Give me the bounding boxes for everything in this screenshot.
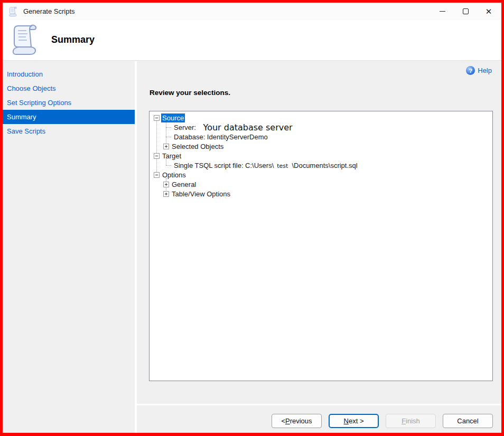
button-text: Cancel: [457, 417, 478, 425]
maximize-button[interactable]: [454, 3, 477, 20]
window-title: Generate Scripts: [23, 7, 75, 15]
maximize-icon: [463, 8, 469, 14]
wizard-navigation: < Previous Next > Finish Cancel: [272, 414, 493, 428]
server-name-annotation: Your database server: [203, 122, 293, 132]
script-scroll-icon: [8, 6, 18, 17]
close-icon: ✕: [486, 7, 492, 15]
button-text: <: [281, 417, 285, 425]
tree-node-general[interactable]: General: [150, 179, 492, 189]
finish-button: Finish: [386, 414, 436, 428]
title-bar: Generate Scripts ✕: [3, 3, 501, 20]
tree-node-database[interactable]: Database: IdentityServerDemo: [150, 132, 492, 141]
window-controls: ✕: [431, 3, 500, 20]
tree-node-target[interactable]: Target: [150, 151, 492, 160]
button-text: F: [402, 417, 406, 425]
minimize-icon: [440, 11, 445, 12]
minimize-button[interactable]: [431, 3, 454, 20]
footer-separator: [135, 404, 501, 405]
collapse-icon[interactable]: [154, 153, 160, 159]
tree-node-table-view-options[interactable]: Table/View Options: [150, 189, 492, 198]
tree-node-label[interactable]: Source: [161, 113, 185, 122]
summary-content-panel: ? Help Review your selections. Source Se…: [137, 61, 501, 433]
cancel-button[interactable]: Cancel: [443, 414, 493, 428]
tree-node-label[interactable]: Options: [161, 170, 187, 179]
help-link[interactable]: ? Help: [466, 66, 492, 75]
username-annotation: test: [277, 163, 288, 169]
tree-node-label[interactable]: Target: [161, 151, 182, 160]
collapse-icon[interactable]: [154, 115, 160, 121]
generate-scripts-window: Generate Scripts ✕ Summary Introduction …: [3, 3, 501, 433]
tree-node-label[interactable]: General: [171, 180, 197, 189]
tree-connector: [166, 165, 171, 166]
tree-node-label[interactable]: Selected Objects: [171, 142, 225, 151]
button-text: N: [344, 417, 349, 425]
tree-node-source[interactable]: Source: [150, 113, 492, 122]
sidebar-item-choose-objects[interactable]: Choose Objects: [3, 81, 135, 96]
wizard-steps-sidebar: Introduction Choose Objects Set Scriptin…: [3, 61, 135, 433]
tree-node-label: \Documents\script.sql: [291, 161, 358, 170]
sidebar-item-introduction[interactable]: Introduction: [3, 67, 135, 81]
previous-button[interactable]: < Previous: [272, 414, 322, 428]
tree-node-label: Single TSQL script file: C:\Users\: [173, 161, 275, 170]
tree-connector: [166, 127, 171, 128]
instruction-text: Review your selections.: [150, 89, 230, 97]
tree-node-options[interactable]: Options: [150, 170, 492, 179]
annotation-frame: Generate Scripts ✕ Summary Introduction …: [0, 0, 504, 436]
help-icon: ?: [466, 66, 475, 75]
collapse-icon[interactable]: [154, 172, 160, 178]
close-button[interactable]: ✕: [477, 3, 500, 20]
script-scroll-icon: [8, 23, 42, 56]
expand-icon[interactable]: [163, 191, 169, 197]
expand-icon[interactable]: [163, 182, 169, 187]
tree-node-selected-objects[interactable]: Selected Objects: [150, 141, 492, 151]
tree-node-server[interactable]: Server: Your database server: [150, 122, 492, 132]
page-title: Summary: [51, 34, 95, 45]
tree-node-label[interactable]: Table/View Options: [171, 189, 231, 198]
next-button[interactable]: Next >: [329, 414, 379, 428]
tree-node-label: Server:: [173, 123, 199, 132]
summary-tree: Source Server: Your database server Data…: [149, 111, 493, 381]
expand-icon[interactable]: [163, 144, 169, 149]
sidebar-item-set-scripting-options[interactable]: Set Scripting Options: [3, 96, 135, 110]
button-text: inish: [406, 417, 420, 425]
wizard-header: Summary: [3, 20, 501, 61]
button-text: revious: [290, 417, 312, 425]
tree-connector: [166, 137, 171, 137]
help-label: Help: [478, 67, 492, 74]
tree-node-label: Database: IdentityServerDemo: [173, 132, 269, 141]
tree-node-script-file[interactable]: Single TSQL script file: C:\Users\ test …: [150, 160, 492, 170]
button-text: ext >: [349, 417, 364, 425]
sidebar-item-summary[interactable]: Summary: [3, 110, 135, 124]
sidebar-item-save-scripts[interactable]: Save Scripts: [3, 124, 135, 138]
button-text: P: [285, 417, 290, 425]
